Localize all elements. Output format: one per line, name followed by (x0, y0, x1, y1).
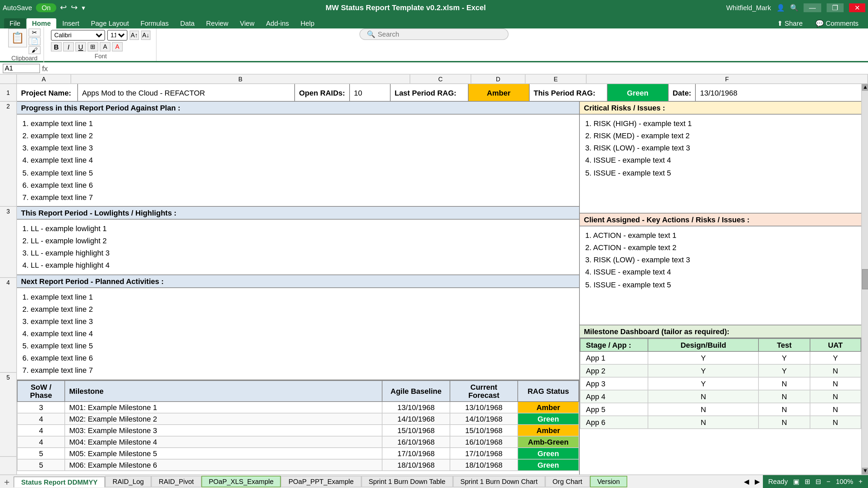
border-button[interactable]: ⊞ (87, 42, 98, 52)
milestone-rag: Green (518, 413, 579, 424)
search-input[interactable] (378, 30, 500, 38)
zoom-in-icon[interactable]: + (859, 478, 863, 485)
bold-button[interactable]: B (51, 42, 62, 52)
restore-button[interactable]: ❐ (827, 3, 844, 12)
tab-poap-ppt[interactable]: POaP_PPT_Example (281, 476, 361, 487)
dash-uat: N (810, 403, 861, 416)
tab-view[interactable]: View (234, 18, 260, 28)
milestone-col-phase: SoW / Phase (17, 380, 65, 401)
autosave-toggle[interactable]: On (36, 3, 56, 12)
milestone-table: SoW / Phase Milestone Agile Baseline Cur… (17, 380, 579, 471)
critical-risk-4: 4. ISSUE - example text 4 (585, 154, 856, 166)
progress-line-6: 6. example text line 6 (22, 179, 574, 191)
dash-design-build: Y (648, 364, 759, 377)
col-a: A (17, 75, 71, 83)
milestone-name: M05: Example Milestone 5 (65, 447, 382, 459)
comments-icon: 💬 (815, 20, 824, 27)
progress-section: Progress in this Report Period Against P… (17, 102, 579, 207)
raids-label: Open RAIDs: (295, 84, 350, 101)
milestone-baseline: 15/10/1968 (382, 424, 450, 436)
search-icon-title[interactable]: 🔍 (790, 4, 798, 11)
tab-insert[interactable]: Insert (57, 18, 85, 28)
tab-poap-xls[interactable]: POaP_XLS_Example (201, 476, 281, 487)
col-b: B (71, 75, 410, 83)
milestone-col-baseline: Agile Baseline (382, 380, 450, 401)
milestone-phase: 5 (17, 447, 65, 459)
vertical-scrollbar[interactable]: ▲ ▼ (861, 84, 868, 474)
zoom-out-icon[interactable]: − (826, 478, 830, 485)
col-d: D (471, 75, 526, 83)
tab-sprint1-table[interactable]: Sprint 1 Burn Down Table (361, 476, 453, 487)
new-sheet-button[interactable]: + (0, 475, 14, 488)
scroll-right-icon[interactable]: ▶ (752, 476, 763, 487)
dash-design-build: N (648, 416, 759, 429)
dash-app: App 2 (580, 364, 648, 377)
lowlight-line-3: 3. LL - example highlight 3 (22, 247, 574, 259)
right-column: Critical Risks / Issues : 1. RISK (HIGH)… (580, 102, 861, 474)
font-size-select[interactable]: 11 (107, 30, 127, 41)
next-period-body: 1. example text line 12. example text li… (17, 288, 579, 379)
tab-addins[interactable]: Add-ins (260, 18, 294, 28)
view-layout-icon[interactable]: ⊞ (805, 478, 810, 485)
copy-button[interactable]: 📄 (28, 37, 41, 45)
dashboard-table: Stage / App : Design/Build Test UAT App … (580, 338, 861, 429)
table-row: 4 M02: Example Milestone 2 14/10/1968 14… (17, 413, 579, 424)
cut-button[interactable]: ✂ (28, 28, 41, 36)
redo-icon[interactable]: ↪ (71, 3, 78, 12)
last-rag-label: Last Period RAG: (391, 84, 469, 101)
view-break-icon[interactable]: ⊟ (815, 478, 821, 485)
minimize-button[interactable]: — (804, 3, 821, 12)
dash-app: App 6 (580, 416, 648, 429)
critical-risks-section: Critical Risks / Issues : 1. RISK (HIGH)… (580, 102, 861, 214)
font-family-select[interactable]: Calibri (51, 30, 105, 41)
comments-button[interactable]: 💬 Comments (810, 18, 864, 28)
autosave-label: AutoSave (3, 4, 32, 11)
search-icon-ribbon: 🔍 (367, 30, 375, 38)
client-action-5: 5. ISSUE - example text 5 (585, 278, 856, 290)
tab-sprint1-chart[interactable]: Sprint 1 Burn Down Chart (453, 476, 545, 487)
tab-org-chart[interactable]: Org Chart (545, 476, 590, 487)
progress-line-5: 5. example text line 5 (22, 166, 574, 179)
increase-font-button[interactable]: A↑ (130, 30, 139, 40)
milestone-baseline: 14/10/1968 (382, 413, 450, 424)
ribbon-toolbar: 📋 ✂ 📄 🖌 Clipboard Calibri 11 A↑ A↓ (0, 28, 868, 62)
sheet-tabs-bar: + Status Report DDMMYY RAID_Log RAID_Piv… (0, 474, 868, 488)
fill-color-button[interactable]: A (100, 42, 111, 52)
zoom-level: 100% (836, 478, 853, 485)
italic-button[interactable]: I (63, 42, 74, 52)
extra-icon[interactable]: ▾ (82, 4, 85, 11)
function-icon[interactable]: fx (42, 64, 48, 72)
dash-test: N (759, 390, 810, 403)
dash-uat: N (810, 390, 861, 403)
table-row: 4 M03: Example Milestone 3 15/10/1968 15… (17, 424, 579, 436)
tab-help[interactable]: Help (295, 18, 320, 28)
tab-raid-log[interactable]: RAID_Log (105, 476, 151, 487)
col-e: E (526, 75, 587, 83)
tab-raid-pivot[interactable]: RAID_Pivot (151, 476, 201, 487)
tab-data[interactable]: Data (175, 18, 200, 28)
tab-formulas[interactable]: Formulas (135, 18, 174, 28)
font-color-button[interactable]: A (112, 42, 123, 52)
decrease-font-button[interactable]: A↓ (141, 30, 151, 40)
milestone-phase: 4 (17, 413, 65, 424)
share-button[interactable]: ⬆ Share (770, 18, 809, 28)
tab-version[interactable]: Version (590, 476, 627, 487)
underline-button[interactable]: U (75, 42, 86, 52)
close-button[interactable]: ✕ (849, 3, 865, 12)
dash-test: Y (759, 364, 810, 377)
name-box[interactable] (3, 63, 40, 73)
client-action-2: 2. ACTION - example text 2 (585, 241, 856, 253)
date-value: 13/10/1968 (696, 84, 742, 101)
next-period-header: Next Report Period - Planned Activities … (17, 275, 579, 288)
tab-review[interactable]: Review (201, 18, 234, 28)
tab-page-layout[interactable]: Page Layout (85, 18, 134, 28)
scroll-left-icon[interactable]: ◀ (741, 476, 752, 487)
paste-button[interactable]: 📋 (8, 28, 27, 47)
undo-icon[interactable]: ↩ (60, 3, 67, 12)
view-normal-icon[interactable]: ▣ (793, 478, 799, 485)
tab-status-report[interactable]: Status Report DDMMYY (14, 476, 105, 487)
next-line-1: 1. example text line 1 (22, 290, 574, 303)
comments-label: Comments (826, 20, 859, 27)
format-painter-button[interactable]: 🖌 (28, 46, 41, 54)
milestone-col-rag: RAG Status (518, 380, 579, 401)
